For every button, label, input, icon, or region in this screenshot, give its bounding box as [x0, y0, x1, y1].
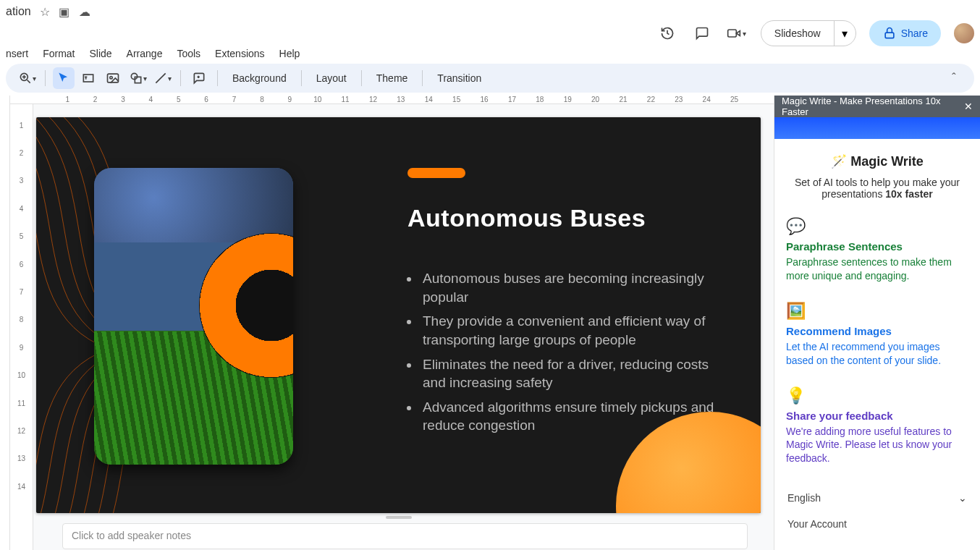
feature-paraphrase[interactable]: 💬 Paraphrase Sentences Paraphrase senten…: [786, 217, 968, 283]
background-button[interactable]: Background: [225, 67, 294, 89]
menu-tools[interactable]: Tools: [177, 48, 200, 59]
svg-rect-13: [135, 77, 140, 82]
svg-rect-0: [728, 30, 737, 37]
svg-line-14: [156, 73, 165, 82]
layout-button[interactable]: Layout: [309, 67, 354, 89]
bullet-item[interactable]: They provide a convenient and efficient …: [420, 312, 731, 349]
magic-write-panel: Magic Write - Make Presentations 10x Fas…: [774, 96, 980, 550]
slide-image[interactable]: [94, 168, 293, 465]
star-icon[interactable]: ☆: [40, 6, 50, 18]
svg-rect-7: [83, 75, 93, 82]
menu-insert[interactable]: nsert: [6, 48, 28, 59]
zoom-tool[interactable]: ▾: [16, 67, 38, 89]
feature-desc: Let the AI recommend you images based on…: [786, 340, 968, 368]
account-row[interactable]: Your Account: [786, 511, 968, 537]
doc-title[interactable]: ation: [6, 5, 31, 18]
move-icon[interactable]: ▣: [59, 6, 69, 18]
slide-thumbnail-strip[interactable]: [0, 96, 10, 550]
share-label: Share: [901, 28, 928, 39]
speaker-notes[interactable]: Click to add speaker notes: [62, 523, 748, 549]
picture-icon: 🖼️: [786, 302, 806, 321]
menu-help[interactable]: Help: [279, 48, 300, 59]
accent-bar: [407, 168, 465, 178]
theme-button[interactable]: Theme: [369, 67, 415, 89]
account-avatar[interactable]: [954, 23, 974, 43]
feature-title: Share your feedback: [786, 410, 968, 422]
chevron-down-icon: ⌄: [958, 492, 967, 504]
feature-title: Paraphrase Sentences: [786, 240, 968, 253]
feature-desc: Paraphrase sentences to make them more u…: [786, 255, 968, 283]
textbox-tool[interactable]: [77, 67, 99, 89]
history-icon[interactable]: [656, 22, 678, 44]
notes-resize-handle[interactable]: [36, 513, 761, 522]
panel-accent-strip: [774, 117, 980, 139]
speech-bubble-icon: 💬: [786, 217, 806, 236]
svg-rect-2: [885, 33, 894, 38]
magic-write-subtitle: Set of AI tools to help you make your pr…: [786, 177, 968, 200]
bullet-item[interactable]: Autonomous buses are becoming increasing…: [420, 269, 731, 306]
slide-title[interactable]: Autonomous Buses: [407, 204, 646, 232]
comments-icon[interactable]: [691, 22, 713, 44]
svg-line-4: [27, 80, 30, 83]
menu-arrange[interactable]: Arrange: [127, 48, 163, 59]
lightbulb-icon: 💡: [786, 386, 806, 405]
close-icon[interactable]: ✕: [964, 101, 973, 112]
panel-header-title: Magic Write - Make Presentations 10x Fas…: [782, 96, 964, 117]
menu-extensions[interactable]: Extensions: [215, 48, 264, 59]
comment-tool[interactable]: [188, 67, 210, 89]
slideshow-button[interactable]: Slideshow: [761, 21, 834, 46]
video-call-icon[interactable]: ▾: [726, 22, 748, 44]
menu-bar: nsert Format Slide Arrange Tools Extensi…: [0, 43, 980, 64]
transition-button[interactable]: Transition: [430, 67, 489, 89]
cloud-icon[interactable]: ☁: [79, 6, 90, 18]
svg-point-11: [110, 77, 112, 79]
collapse-toolbar-icon[interactable]: ˆ: [944, 68, 964, 88]
feature-desc: We're adding more useful features to Mag…: [786, 425, 968, 466]
feature-feedback[interactable]: 💡 Share your feedback We're adding more …: [786, 386, 968, 466]
share-button[interactable]: Share: [869, 20, 941, 46]
shape-tool[interactable]: ▾: [127, 67, 148, 89]
slideshow-dropdown[interactable]: ▾: [834, 21, 856, 46]
image-tool[interactable]: [102, 67, 124, 89]
bullet-item[interactable]: Eliminates the need for a driver, reduci…: [420, 355, 731, 392]
language-selector[interactable]: English ⌄: [786, 484, 968, 511]
line-tool[interactable]: ▾: [151, 67, 173, 89]
magic-write-title: Magic Write: [786, 153, 968, 169]
feature-recommend-images[interactable]: 🖼️ Recommend Images Let the AI recommend…: [786, 302, 968, 368]
feature-title: Recommend Images: [786, 325, 968, 337]
horizontal-ruler: 1234567891011121314151617181920212223242…: [10, 96, 774, 104]
language-label: English: [787, 492, 821, 504]
slide-canvas[interactable]: Autonomous Buses Autonomous buses are be…: [36, 117, 761, 513]
select-tool[interactable]: [53, 67, 75, 89]
menu-format[interactable]: Format: [43, 48, 75, 59]
toolbar: ▾ ▾ ▾ Background Layout Theme Trans: [6, 64, 974, 93]
menu-slide[interactable]: Slide: [89, 48, 111, 59]
vertical-ruler: 1234567891011121314: [10, 104, 33, 550]
